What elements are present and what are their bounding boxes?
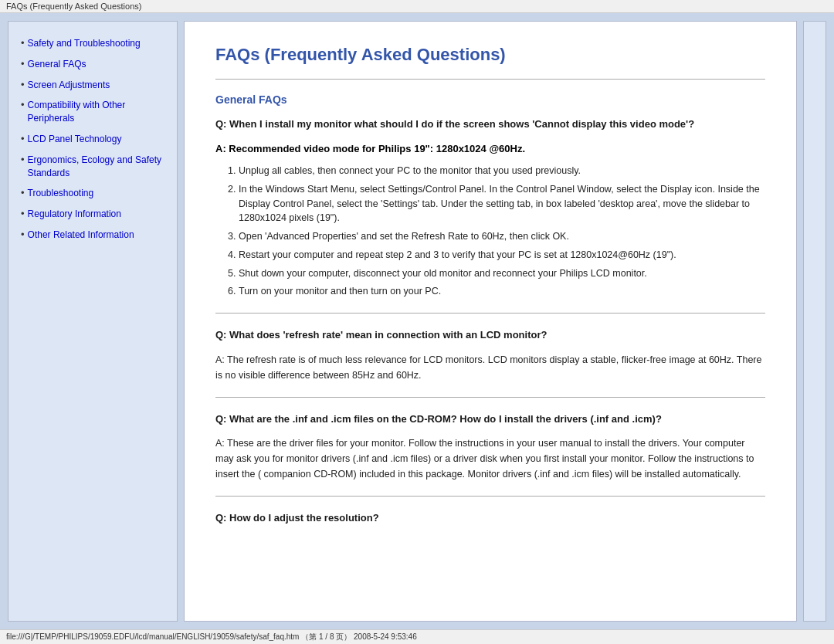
question-3-text: Q: What are the .inf and .icm files on t… [215, 413, 662, 425]
sidebar-link-5[interactable]: Ergonomics, Ecology and Safety Standards [28, 154, 169, 180]
content-area: FAQs (Frequently Asked Questions) Genera… [184, 21, 797, 622]
sidebar-link-2[interactable]: Screen Adjustments [28, 79, 110, 92]
question-2-text: Q: What does 'refresh rate' mean in conn… [215, 329, 547, 341]
sidebar-item-7: Regulatory Information [21, 208, 169, 221]
sidebar-item-4: LCD Panel Technology [21, 133, 169, 146]
main-layout: Safety and TroubleshootingGeneral FAQsSc… [0, 13, 834, 629]
sidebar-item-3: Compatibility with Other Peripherals [21, 99, 169, 125]
answer-2-text: A: The refresh rate is of much less rele… [215, 352, 765, 383]
answer-1-heading: A: Recommended video mode for Philips 19… [215, 141, 765, 157]
question-3: Q: What are the .inf and .icm files on t… [215, 412, 765, 427]
answer-3-text: A: These are the driver files for your m… [215, 436, 765, 482]
sidebar-item-1: General FAQs [21, 58, 169, 71]
left-panel: Safety and TroubleshootingGeneral FAQsSc… [8, 21, 178, 622]
answer-2-content: A: The refresh rate is of much less rele… [215, 354, 761, 381]
sidebar-link-0[interactable]: Safety and Troubleshooting [28, 37, 141, 50]
question-2: Q: What does 'refresh rate' mean in conn… [215, 327, 765, 343]
step-2: In the Windows Start Menu, select Settin… [239, 182, 765, 225]
step-3: Open 'Advanced Properties' and set the R… [239, 229, 765, 244]
sidebar-link-1[interactable]: General FAQs [28, 58, 86, 71]
sidebar-item-2: Screen Adjustments [21, 79, 169, 92]
question-1: Q: When I install my monitor what should… [215, 117, 765, 132]
sidebar-item-6: Troubleshooting [21, 187, 169, 200]
step-6: Turn on your monitor and then turn on yo… [239, 284, 765, 299]
sidebar-item-8: Other Related Information [21, 229, 169, 242]
sidebar-link-7[interactable]: Regulatory Information [28, 208, 121, 221]
step-4: Restart your computer and repeat step 2 … [239, 248, 765, 263]
divider-3 [215, 397, 765, 398]
sidebar-link-8[interactable]: Other Related Information [28, 229, 134, 242]
question-1-text: Q: When I install my monitor what should… [215, 118, 694, 130]
divider-4 [215, 496, 765, 497]
page-title: FAQs (Frequently Asked Questions) [215, 45, 765, 65]
question-4: Q: How do I adjust the resolution? [215, 510, 765, 526]
status-bar-text: file:///G|/TEMP/PHILIPS/19059.EDFU/lcd/m… [6, 632, 417, 641]
sidebar-link-6[interactable]: Troubleshooting [28, 187, 94, 200]
answer-1-steps: Unplug all cables, then connect your PC … [215, 164, 765, 299]
sidebar-link-3[interactable]: Compatibility with Other Peripherals [28, 99, 169, 125]
divider-2 [215, 313, 765, 314]
status-bar: file:///G|/TEMP/PHILIPS/19059.EDFU/lcd/m… [0, 629, 834, 644]
section-title: General FAQs [215, 93, 765, 106]
sidebar-item-0: Safety and Troubleshooting [21, 37, 169, 50]
title-bar-text: FAQs (Frequently Asked Questions) [6, 2, 141, 11]
sidebar-link-4[interactable]: LCD Panel Technology [28, 133, 122, 146]
divider-1 [215, 79, 765, 80]
step-5: Shut down your computer, disconnect your… [239, 266, 765, 281]
question-4-text: Q: How do I adjust the resolution? [215, 512, 379, 524]
title-bar: FAQs (Frequently Asked Questions) [0, 0, 834, 13]
sidebar-nav: Safety and TroubleshootingGeneral FAQsSc… [21, 37, 169, 242]
step-1: Unplug all cables, then connect your PC … [239, 164, 765, 178]
right-panel [803, 21, 826, 622]
answer-1-heading-text: A: Recommended video mode for Philips 19… [215, 143, 525, 154]
answer-3-content: A: These are the driver files for your m… [215, 438, 754, 480]
sidebar-item-5: Ergonomics, Ecology and Safety Standards [21, 154, 169, 180]
